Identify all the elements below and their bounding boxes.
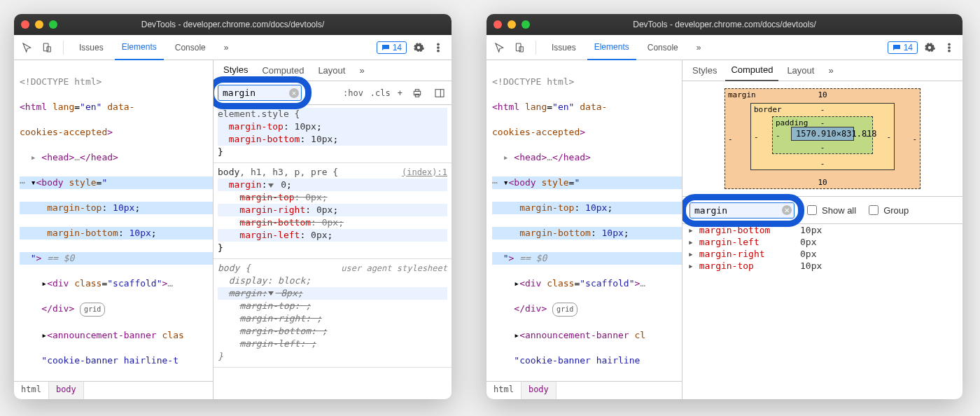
rule-body[interactable]: (index):1 body, h1, h3, p, pre { margin:… (214, 163, 451, 259)
chevron-down-icon[interactable] (268, 291, 274, 296)
tab-elements[interactable]: Elements (587, 35, 636, 60)
sidebar-toggle-icon[interactable] (432, 85, 447, 101)
box-margin[interactable]: margin 10 10 - - border - - - - padding … (724, 88, 920, 189)
computed-properties[interactable]: margin-bottom10px margin-left0px margin-… (682, 224, 962, 399)
cls-toggle[interactable]: .cls (370, 88, 391, 98)
breadcrumb-item[interactable]: html (14, 382, 49, 399)
breadcrumb-item[interactable]: body (522, 382, 556, 399)
box-border[interactable]: border - - - - padding - - - - 1570.910×… (750, 103, 895, 170)
selector-text: element.style { (218, 108, 447, 120)
dom-line[interactable]: margin-bottom: 10px; (20, 227, 213, 240)
border-top: - (820, 105, 825, 114)
subtab-computed[interactable]: Computed (256, 60, 309, 81)
dom-line[interactable]: ▸<announcement-banner cl (492, 329, 682, 342)
inspect-icon[interactable] (492, 40, 507, 55)
issues-badge[interactable]: 14 (888, 41, 918, 54)
grid-badge[interactable]: grid (80, 303, 105, 317)
computed-row[interactable]: margin-top10px (682, 260, 962, 272)
dom-line[interactable]: "> == $0 (20, 252, 213, 265)
dom-line[interactable]: ▸ <head>…</head> (492, 151, 682, 164)
subtab-more[interactable]: » (354, 60, 370, 81)
window-title: DevTools - developer.chrome.com/docs/dev… (486, 20, 962, 29)
breadcrumb-item[interactable]: body (49, 382, 84, 399)
tab-issues[interactable]: Issues (72, 35, 111, 60)
issues-badge[interactable]: 14 (377, 41, 407, 54)
tab-console[interactable]: Console (168, 35, 213, 60)
dom-line[interactable]: ▸<div class="scaffold">… (20, 277, 213, 290)
dom-line[interactable]: margin-top: 10px; (492, 202, 682, 214)
dom-line[interactable]: <html lang="en" data- (492, 101, 682, 113)
filter-input[interactable] (690, 202, 794, 219)
device-icon[interactable] (39, 40, 55, 55)
rule-source-link[interactable]: (index):1 (402, 166, 447, 179)
chevron-down-icon[interactable] (268, 183, 274, 188)
computed-row[interactable]: margin-right0px (682, 248, 962, 260)
print-icon[interactable] (410, 85, 425, 101)
breadcrumb-item[interactable]: html (486, 382, 522, 399)
dom-line[interactable]: <!DOCTYPE html> (20, 76, 213, 88)
prop-name: margin-top (688, 261, 800, 271)
subtab-styles[interactable]: Styles (687, 60, 722, 81)
svg-point-3 (438, 46, 440, 48)
styles-rules[interactable]: element.style { margin-top: 10px; margin… (214, 105, 451, 399)
dom-line[interactable]: margin-top: 10px; (20, 202, 213, 214)
dom-line[interactable]: ▸<announcement-banner clas (20, 329, 213, 342)
breadcrumb[interactable]: html body (14, 381, 213, 399)
settings-icon[interactable] (411, 40, 426, 55)
settings-icon[interactable] (922, 40, 937, 55)
dom-line[interactable]: cookies-accepted> (492, 126, 682, 139)
device-icon[interactable] (512, 40, 527, 55)
clear-filter-icon[interactable]: ✕ (289, 88, 299, 98)
dom-line[interactable]: <!DOCTYPE html> (492, 76, 682, 88)
computed-row[interactable]: margin-left0px (682, 236, 962, 248)
dom-line[interactable]: "> == $0 (492, 252, 682, 265)
rule-ua-body[interactable]: user agent stylesheet body { display: bl… (214, 259, 451, 368)
subtab-styles[interactable]: Styles (218, 60, 253, 81)
dom-line[interactable]: cookies-accepted> (20, 126, 213, 139)
dom-line[interactable]: "cookie-banner hairline-t (20, 354, 213, 367)
subtab-layout[interactable]: Layout (781, 60, 820, 81)
dom-line[interactable]: </div> grid (20, 303, 213, 317)
rule-close: } (218, 146, 447, 158)
subtab-computed[interactable]: Computed (725, 60, 778, 81)
dom-line[interactable]: ▸ <head>…</head> (20, 151, 213, 164)
tab-more[interactable]: » (217, 35, 236, 60)
box-content[interactable]: 1570.910×831.818 (791, 127, 854, 141)
box-model[interactable]: margin 10 10 - - border - - - - padding … (682, 81, 962, 196)
tab-elements[interactable]: Elements (115, 35, 164, 60)
svg-point-2 (438, 43, 440, 46)
tab-issues[interactable]: Issues (545, 35, 583, 60)
group-checkbox[interactable]: Group (866, 203, 909, 217)
breadcrumb[interactable]: html body (486, 381, 682, 399)
dom-line[interactable]: <html lang="en" data- (20, 101, 213, 113)
dom-line[interactable]: ▸<div class="scaffold">… (492, 277, 682, 290)
tab-console[interactable]: Console (640, 35, 685, 60)
dom-line-selected[interactable]: ⋯ ▾<body style=" (492, 176, 682, 189)
inspect-icon[interactable] (20, 40, 35, 55)
rule-element-style[interactable]: element.style { margin-top: 10px; margin… (214, 105, 451, 163)
label-border: border (754, 105, 782, 114)
kebab-icon[interactable] (430, 40, 446, 55)
box-padding[interactable]: padding - - - - 1570.910×831.818 (772, 116, 873, 154)
dom-tree[interactable]: <!DOCTYPE html> <html lang="en" data- co… (486, 60, 682, 381)
devtools-window-computed: DevTools - developer.chrome.com/docs/dev… (486, 14, 962, 399)
show-all-checkbox[interactable]: Show all (804, 203, 856, 217)
grid-badge[interactable]: grid (552, 303, 578, 317)
group-label: Group (883, 205, 909, 216)
dom-tree[interactable]: <!DOCTYPE html> <html lang="en" data- co… (14, 60, 213, 381)
tab-more[interactable]: » (690, 35, 708, 60)
computed-row[interactable]: margin-bottom10px (682, 224, 962, 236)
show-all-label: Show all (822, 205, 856, 216)
issues-count: 14 (904, 43, 913, 53)
dom-line[interactable]: "cookie-banner hairline (492, 354, 682, 367)
dom-line[interactable]: </div> grid (492, 303, 682, 317)
main-toolbar: Issues Elements Console » 14 (14, 35, 451, 60)
hov-toggle[interactable]: :hov (343, 88, 363, 98)
dom-line-selected[interactable]: ⋯ ▾<body style=" (20, 176, 213, 189)
clear-filter-icon[interactable]: ✕ (782, 205, 792, 215)
subtab-more[interactable]: » (822, 60, 839, 81)
dom-line[interactable]: margin-bottom: 10px; (492, 227, 682, 240)
subtab-layout[interactable]: Layout (312, 60, 351, 81)
new-rule-button[interactable]: + (398, 88, 402, 98)
kebab-icon[interactable] (941, 40, 957, 55)
